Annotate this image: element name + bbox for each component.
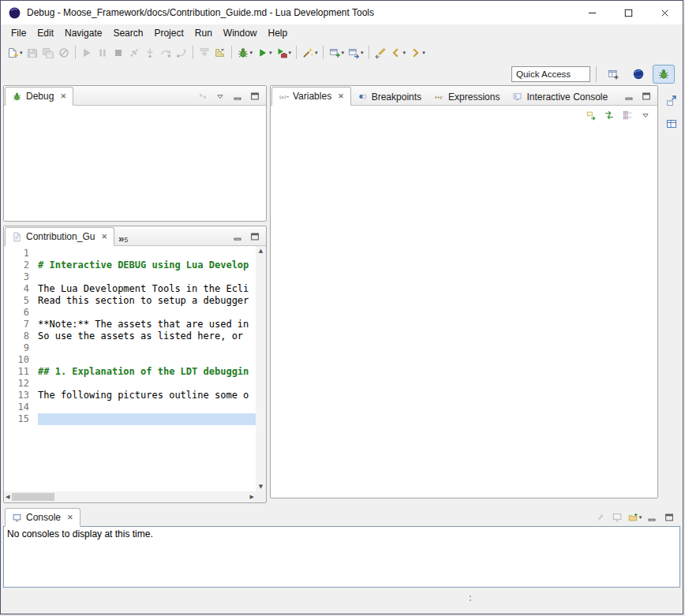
new-lua-file-button[interactable]: ▾: [327, 43, 346, 62]
editor-line: 11## 1. Explanation of the LDT debuggin: [4, 366, 256, 378]
view-menu-button[interactable]: [212, 88, 228, 103]
menu-navigate[interactable]: Navigate: [59, 26, 107, 40]
menu-window[interactable]: Window: [218, 26, 263, 40]
hidden-tab-count: 5: [124, 236, 128, 244]
last-edit-location-button[interactable]: [372, 43, 388, 62]
menu-file[interactable]: File: [6, 26, 32, 40]
wand-icon: [301, 47, 314, 59]
line-number: 8: [4, 330, 38, 342]
scroll-up-icon[interactable]: ▲: [259, 248, 263, 254]
use-step-filters-button[interactable]: [212, 43, 228, 62]
menubar: FileEditNavigateSearchProjectRunWindowHe…: [1, 24, 683, 42]
editor-line: 6: [4, 307, 256, 319]
code-assist-wand-button[interactable]: ▾: [300, 43, 320, 62]
window-controls: [574, 1, 683, 24]
toolbar-separator: [296, 46, 297, 59]
show-logical-structure-button[interactable]: [583, 108, 599, 123]
dropdown-arrow-icon[interactable]: ▾: [342, 50, 345, 56]
editor-line: 13The following pictures outline some o: [4, 390, 256, 401]
layout-arrows-icon: [604, 110, 615, 121]
tab-breakpoints[interactable]: Breakpoints: [351, 88, 428, 105]
menu-project[interactable]: Project: [148, 26, 189, 40]
window-maximize-button[interactable]: [610, 1, 646, 24]
editor-line: 8So use the assets as listed here, or: [4, 330, 256, 342]
line-text: ## 1. Explanation of the LDT debuggin: [38, 366, 256, 378]
skipbp-icon: [58, 47, 70, 59]
tab-contribution-guide[interactable]: Contribution_Gu ✕: [5, 227, 114, 246]
editor-tab-overflow[interactable]: » 5: [114, 234, 132, 245]
dropdown-arrow-icon[interactable]: ▾: [269, 50, 272, 56]
view-menu-button[interactable]: [638, 108, 653, 123]
editor-horizontal-scrollbar[interactable]: ◀ ▶: [4, 491, 256, 502]
toolbar-separator: [193, 46, 193, 59]
scroll-left-icon[interactable]: ◀: [6, 494, 9, 500]
menu-help[interactable]: Help: [263, 26, 294, 40]
back-button[interactable]: ▾: [388, 43, 408, 62]
editor-area[interactable]: 12# Interactive DEBUG using Lua Develop3…: [4, 246, 266, 502]
pin-icon: [594, 512, 605, 523]
tab-console[interactable]: Console ✕: [5, 508, 80, 527]
forward-button[interactable]: ▾: [407, 43, 427, 62]
close-icon[interactable]: ✕: [60, 92, 66, 100]
restore-minimized-views-button[interactable]: [663, 93, 680, 109]
dropdown-arrow-icon[interactable]: ▾: [361, 50, 364, 56]
external-tools-button[interactable]: ▾: [274, 43, 294, 62]
menu-edit[interactable]: Edit: [32, 26, 59, 40]
close-icon[interactable]: ✕: [101, 233, 107, 241]
window-close-button[interactable]: [646, 1, 683, 24]
editor-line: 9: [4, 342, 256, 354]
menu-run[interactable]: Run: [189, 26, 218, 40]
maximize-button[interactable]: [661, 510, 677, 525]
minimize-button[interactable]: [230, 88, 245, 103]
switch-layout-button[interactable]: [601, 108, 617, 123]
disconnect-button: [126, 43, 142, 62]
editor-line: 14: [4, 401, 256, 413]
status-bar: [1, 588, 683, 614]
line-number: 1: [4, 248, 38, 259]
ldt-perspective-button[interactable]: [627, 65, 649, 84]
scroll-right-icon[interactable]: ▶: [250, 494, 254, 500]
run-button[interactable]: ▾: [254, 43, 274, 62]
debug-perspective-button[interactable]: [653, 65, 675, 84]
dropdown-arrow-icon[interactable]: ▾: [403, 50, 406, 56]
close-icon[interactable]: ✕: [67, 513, 73, 521]
toolbar-separator: [323, 46, 324, 59]
menu-search[interactable]: Search: [107, 26, 148, 40]
minimize-icon: [646, 512, 657, 523]
tab-interactive-console[interactable]: Interactive Console: [506, 88, 614, 105]
window-minimize-button[interactable]: [574, 1, 610, 24]
minimized-grid-view-button[interactable]: [663, 116, 680, 132]
step-into-icon: [144, 47, 156, 59]
open-perspective-button[interactable]: [602, 65, 624, 84]
dropdown-arrow-icon[interactable]: ▾: [639, 514, 642, 521]
minimize-button[interactable]: [621, 88, 637, 103]
maximize-button[interactable]: [247, 229, 263, 244]
minimize-button[interactable]: [230, 229, 245, 244]
close-icon[interactable]: ✕: [338, 92, 344, 100]
toolbar-separator: [231, 46, 232, 59]
open-element-button[interactable]: ▾: [346, 43, 365, 62]
debug-button[interactable]: ▾: [235, 43, 255, 62]
expr-tab-icon: x+y: [434, 91, 444, 102]
scrollbar-thumb[interactable]: [12, 493, 54, 501]
collapse-all-button[interactable]: [619, 108, 635, 123]
tab-variables[interactable]: (x)=Variables✕: [271, 87, 351, 106]
quick-access-input[interactable]: Quick Access: [511, 66, 590, 82]
dropdown-arrow-icon[interactable]: ▾: [422, 50, 425, 56]
editor-vertical-scrollbar[interactable]: ▲ ▼: [256, 246, 266, 491]
restore-view-icon: [665, 95, 678, 107]
dropdown-arrow-icon[interactable]: ▾: [315, 50, 318, 56]
tab-debug[interactable]: Debug ✕: [5, 87, 73, 106]
maximize-button[interactable]: [638, 88, 654, 103]
scroll-down-icon[interactable]: ▼: [259, 483, 263, 490]
minimize-button[interactable]: [644, 510, 660, 525]
new-wizard-button[interactable]: ▾: [5, 43, 24, 62]
dropdown-arrow-icon[interactable]: ▾: [250, 50, 253, 56]
open-console-button[interactable]: ▾: [627, 510, 642, 525]
bug-icon: [657, 68, 670, 80]
resize-grip[interactable]: [470, 595, 471, 597]
dropdown-arrow-icon[interactable]: ▾: [289, 50, 292, 56]
maximize-button[interactable]: [247, 88, 263, 103]
dropdown-arrow-icon[interactable]: ▾: [20, 50, 23, 56]
tab-expressions[interactable]: x+yExpressions: [428, 88, 506, 105]
